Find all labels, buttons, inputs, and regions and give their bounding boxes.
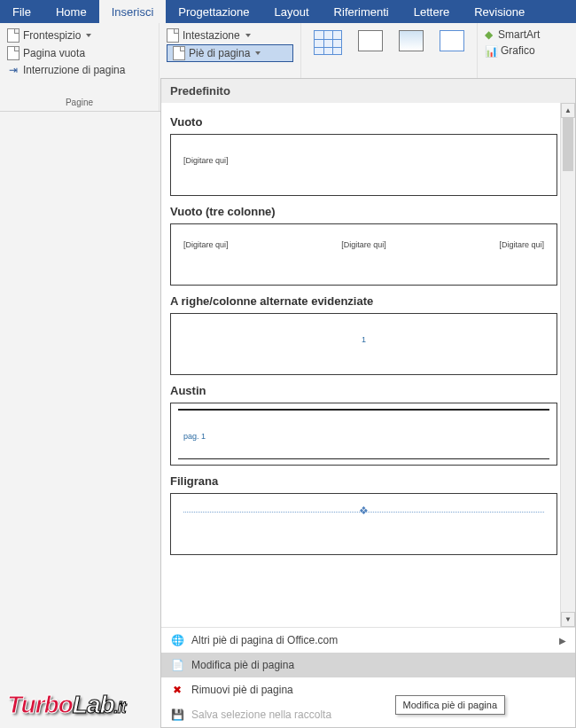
tab-file[interactable]: File [0, 0, 43, 23]
smartart-icon [485, 28, 494, 41]
tab-layout[interactable]: Layout [262, 0, 322, 23]
page-label: pag. 1 [183, 432, 206, 441]
gallery-body: Vuoto [Digitare qui] Vuoto (tre colonne)… [161, 103, 575, 627]
cover-page-button[interactable]: Frontespizio [7, 27, 152, 44]
smartart-label: SmartArt [498, 28, 540, 41]
placeholder-text: [Digitare qui] [341, 240, 386, 249]
cover-page-label: Frontespizio [23, 29, 81, 42]
smartart-button[interactable]: SmartArt [485, 27, 540, 43]
save-icon: 💾 [170, 708, 184, 722]
page-icon [7, 28, 19, 43]
chevron-down-icon [255, 51, 261, 55]
gallery-item-austin[interactable]: pag. 1 [170, 403, 557, 466]
watermark-part: Turbo [7, 691, 73, 718]
chart-button[interactable]: Grafico [485, 43, 540, 59]
page-icon [167, 28, 179, 43]
ribbon-tabs: File Home Inserisci Progettazione Layout… [0, 0, 576, 23]
tab-home[interactable]: Home [43, 0, 99, 23]
remove-icon: ✖ [170, 683, 184, 697]
filigrana-ornament [183, 512, 544, 513]
menu-more-office[interactable]: 🌐 Altri piè di pagina di Office.com ▶ [161, 628, 575, 653]
tooltip: Modifica piè di pagina [395, 695, 505, 715]
chevron-right-icon: ▶ [559, 636, 566, 646]
blank-page-button[interactable]: Pagina vuota [7, 44, 152, 62]
placeholder-text: [Digitare qui] [183, 240, 229, 249]
picture-icon [358, 30, 383, 51]
gallery-item-vuoto[interactable]: [Digitare qui] [170, 134, 557, 196]
menu-label: Rimuovi piè di pagina [191, 684, 293, 696]
watermark-part: .it [114, 699, 126, 716]
chart-icon [485, 45, 497, 56]
footer-button[interactable]: Piè di pagina [167, 44, 293, 62]
edit-icon: 📄 [170, 658, 184, 672]
group-label-pagine: Pagine [7, 96, 152, 107]
page-number: 1 [362, 335, 366, 344]
watermark-part: Lab [73, 691, 114, 718]
table-icon [314, 30, 342, 55]
page-break-label: Interruzione di pagina [23, 64, 125, 76]
scrollbar[interactable]: ▲ ▼ [560, 103, 575, 627]
tab-riferimenti[interactable]: Riferimenti [322, 0, 401, 23]
tab-progettazione[interactable]: Progettazione [166, 0, 261, 23]
scroll-down-button[interactable]: ▼ [561, 612, 575, 627]
gallery-item-title: Filigrana [170, 474, 557, 488]
page-icon [7, 46, 19, 60]
table-button[interactable] [308, 27, 347, 59]
pictures-button[interactable] [353, 27, 388, 55]
chart-label: Grafico [501, 44, 535, 57]
online-pictures-button[interactable] [393, 27, 429, 55]
tab-lettere[interactable]: Lettere [401, 0, 462, 23]
chevron-down-icon [86, 34, 91, 37]
footer-gallery: Predefinito Vuoto [Digitare qui] Vuoto (… [160, 78, 576, 728]
gallery-item-title: A righe/colonne alternate evidenziate [170, 294, 557, 308]
blank-page-label: Pagina vuota [23, 47, 85, 59]
shapes-icon [440, 30, 464, 51]
menu-label: Altri piè di pagina di Office.com [191, 634, 338, 646]
gallery-item-filigrana[interactable] [170, 493, 557, 555]
tab-inserisci[interactable]: Inserisci [99, 0, 167, 23]
placeholder-text: [Digitare qui] [183, 156, 229, 165]
page-break-button[interactable]: ⇥ Interruzione di pagina [7, 62, 152, 78]
watermark-logo: TurboLab.it [7, 691, 126, 719]
gallery-item-alternate[interactable]: 1 [170, 313, 557, 375]
gallery-item-title: Vuoto [170, 115, 557, 129]
chevron-down-icon [245, 34, 251, 37]
menu-edit-footer[interactable]: 📄 Modifica piè di pagina [161, 653, 575, 677]
footer-label: Piè di pagina [189, 47, 250, 59]
header-label: Intestazione [183, 29, 240, 42]
gallery-item-tre-colonne[interactable]: [Digitare qui] [Digitare qui] [Digitare … [170, 223, 557, 286]
scroll-thumb[interactable] [563, 118, 573, 171]
scroll-up-button[interactable]: ▲ [561, 103, 575, 118]
tab-revisione[interactable]: Revisione [462, 0, 537, 23]
header-button[interactable]: Intestazione [167, 27, 293, 44]
page-icon [173, 46, 185, 60]
placeholder-text: [Digitare qui] [499, 240, 544, 249]
office-icon: 🌐 [170, 633, 184, 647]
shapes-button[interactable] [434, 27, 470, 55]
page-break-icon: ⇥ [7, 64, 19, 76]
gallery-item-title: Austin [170, 384, 557, 397]
menu-label: Modifica piè di pagina [191, 659, 294, 671]
menu-label: Salva selezione nella raccolta [191, 708, 331, 721]
gallery-menu: 🌐 Altri piè di pagina di Office.com ▶ 📄 … [161, 627, 575, 727]
online-picture-icon [399, 30, 424, 51]
gallery-section-header: Predefinito [161, 79, 575, 103]
gallery-item-title: Vuoto (tre colonne) [170, 205, 557, 218]
menu-remove-footer[interactable]: ✖ Rimuovi piè di pagina [161, 677, 575, 702]
menu-save-selection: 💾 Salva selezione nella raccolta [161, 702, 575, 727]
